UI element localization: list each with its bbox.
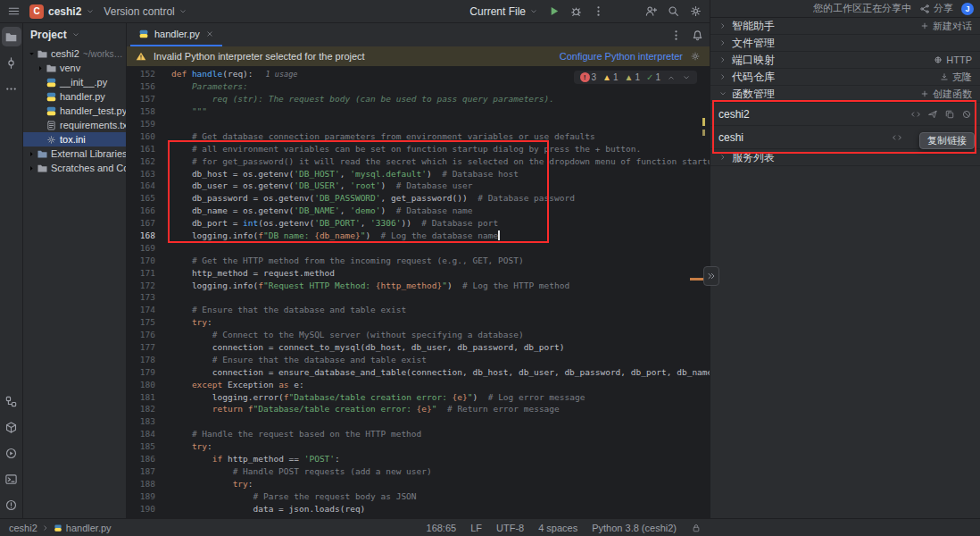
chevron-right-icon[interactable]	[36, 63, 46, 73]
line-number[interactable]: 171	[127, 268, 166, 278]
line-number[interactable]: 178	[127, 355, 166, 364]
code-line[interactable]: def handle(req):1 usage	[166, 69, 297, 79]
code-line[interactable]: logging.info(f"Request HTTP Method: {htt…	[166, 281, 569, 290]
status-caret-position[interactable]: 168:65	[427, 523, 457, 533]
code-line[interactable]: # Get database connection parameters fro…	[166, 131, 595, 141]
section-service-list[interactable]: 服务列表	[710, 149, 980, 166]
settings-icon[interactable]	[689, 4, 702, 18]
main-menu-icon[interactable]	[7, 4, 21, 18]
code-icon[interactable]	[892, 132, 902, 143]
code-line[interactable]: try:	[166, 441, 212, 451]
tab-close-icon[interactable]	[205, 29, 214, 38]
line-number[interactable]: 152	[127, 69, 166, 79]
breadcrumb-item[interactable]: handler.py	[66, 523, 112, 533]
http-trigger-badge[interactable]: HTTP	[934, 54, 972, 65]
section-code-repository[interactable]: 代码仓库克隆	[710, 69, 980, 86]
tree-item-handler-test-py[interactable]: handler_test.py	[23, 104, 126, 118]
chevron-right-icon[interactable]	[27, 163, 37, 173]
user-avatar[interactable]: J	[961, 3, 974, 15]
code-line[interactable]: # Handle POST requests (add a new user)	[166, 466, 432, 476]
tree-item-requirements-txt[interactable]: requirements.txt	[23, 118, 126, 132]
function-item-ceshi[interactable]: ceshi复制链接	[710, 126, 980, 149]
tree-item-ceshi2[interactable]: ceshi2~/workspace	[23, 46, 126, 61]
tool-window-terminal-button[interactable]	[2, 469, 21, 489]
editor-tab-handler-py[interactable]: handler.py	[130, 23, 222, 46]
code-line[interactable]: """	[166, 106, 207, 116]
section-port-mapping[interactable]: 端口映射HTTP	[710, 52, 980, 69]
line-number[interactable]: 163	[127, 169, 166, 179]
tree-item-tox-ini[interactable]: tox.ini	[23, 132, 126, 147]
tool-window-python-packages-button[interactable]	[2, 417, 21, 437]
line-number[interactable]: 166	[127, 205, 166, 215]
status-line-separator[interactable]: LF	[470, 523, 482, 533]
inspection-weak[interactable]: ▲1	[625, 72, 640, 82]
code-line[interactable]: logging.info(f"DB name: {db_name}") # Lo…	[166, 230, 500, 240]
tool-window-services-button[interactable]	[2, 443, 21, 463]
code-line[interactable]: return f"Database/table creation error: …	[166, 404, 560, 414]
status-indent-style[interactable]: 4 spaces	[538, 523, 577, 533]
line-number[interactable]: 159	[127, 119, 166, 129]
tab-options-icon[interactable]	[669, 29, 683, 42]
code-line[interactable]: # all environment variables can be set o…	[166, 144, 641, 154]
code-line[interactable]: except Exception as e:	[166, 380, 304, 389]
line-number[interactable]: 162	[127, 156, 166, 166]
code-line[interactable]: # Handle the request based on the HTTP m…	[166, 429, 421, 439]
line-number[interactable]: 190	[127, 504, 166, 514]
tool-window-more-tool-windows-button[interactable]	[2, 79, 21, 98]
inspection-error[interactable]: !3	[580, 72, 597, 82]
clone-button[interactable]: 克隆	[940, 71, 972, 84]
line-number[interactable]: 182	[127, 404, 166, 414]
line-number[interactable]: 180	[127, 380, 166, 389]
banner-settings-icon[interactable]	[690, 51, 701, 62]
code-line[interactable]: db_user = os.getenv('DB_USER', 'root') #…	[166, 180, 473, 190]
breadcrumb-item[interactable]: ceshi2	[9, 523, 37, 533]
inspections-widget[interactable]: !3▲1▲1✓1	[574, 71, 697, 84]
code-line[interactable]: connection = connect_to_mysql(db_host, d…	[166, 342, 564, 352]
code-line[interactable]: # Connect to the MySQL server (without s…	[166, 330, 524, 339]
line-number[interactable]: 170	[127, 255, 166, 265]
line-number[interactable]: 172	[127, 281, 166, 290]
read-only-lock-icon[interactable]	[691, 523, 702, 533]
code-line[interactable]: db_name = os.getenv('DB_NAME', 'demo') #…	[166, 205, 473, 215]
code-line[interactable]: connection = ensure_database_and_table(c…	[166, 367, 710, 377]
line-number[interactable]: 185	[127, 441, 166, 451]
configure-interpreter-link[interactable]: Configure Python interpreter	[560, 51, 683, 62]
code-icon[interactable]	[910, 109, 921, 120]
code-line[interactable]: db_password = os.getenv('DB_PASSWORD', g…	[166, 193, 575, 203]
code-line[interactable]: logging.error(f"Database/table creation …	[166, 392, 585, 402]
status-python-interpreter[interactable]: Python 3.8 (ceshi2)	[592, 523, 677, 533]
line-number[interactable]: 176	[127, 330, 166, 339]
create-function-button[interactable]: 创建函数	[920, 88, 972, 101]
line-number[interactable]: 169	[127, 243, 166, 253]
code-line[interactable]: data = json.loads(req)	[166, 504, 365, 514]
section-function-management[interactable]: 函数管理创建函数	[710, 86, 980, 103]
inspection-ok[interactable]: ✓1	[646, 72, 660, 82]
section-file-manager[interactable]: 文件管理	[710, 35, 980, 52]
line-number[interactable]: 181	[127, 392, 166, 402]
function-item-ceshi2[interactable]: ceshi2	[710, 103, 980, 126]
more-actions-icon[interactable]	[592, 4, 605, 18]
line-number[interactable]: 161	[127, 144, 166, 154]
code-line[interactable]: try:	[166, 317, 212, 327]
code-line[interactable]: # Parse the request body as JSON	[166, 491, 417, 501]
tool-window-problems-button[interactable]	[2, 495, 21, 515]
next-problem-icon[interactable]	[682, 73, 691, 82]
code-line[interactable]: http_method = request.method	[166, 268, 335, 278]
line-number[interactable]: 179	[127, 367, 166, 377]
section-ai-assistant[interactable]: 智能助手新建对话	[710, 18, 980, 35]
code-line[interactable]: # Ensure that the database and table exi…	[166, 305, 406, 314]
line-number[interactable]: 164	[127, 180, 166, 190]
new-conversation-button[interactable]: 新建对话	[920, 20, 972, 33]
code-line[interactable]: # for get_password() it will read the se…	[166, 156, 710, 166]
copy-link-tooltip[interactable]: 复制链接	[919, 132, 975, 149]
line-number[interactable]: 165	[127, 193, 166, 203]
inspection-warning[interactable]: ▲1	[602, 72, 618, 82]
line-number[interactable]: 167	[127, 218, 166, 228]
tree-item--init-py[interactable]: __init__.py	[23, 75, 126, 89]
tool-window-structure-button[interactable]	[2, 391, 21, 411]
tree-item-external-libraries[interactable]: External Libraries	[23, 147, 126, 161]
code-editor[interactable]: 152def handle(req):1 usage156 Parameters…	[127, 66, 710, 518]
run-button[interactable]	[547, 4, 561, 18]
code-with-me-icon[interactable]	[644, 4, 658, 18]
line-number[interactable]: 156	[127, 81, 166, 91]
